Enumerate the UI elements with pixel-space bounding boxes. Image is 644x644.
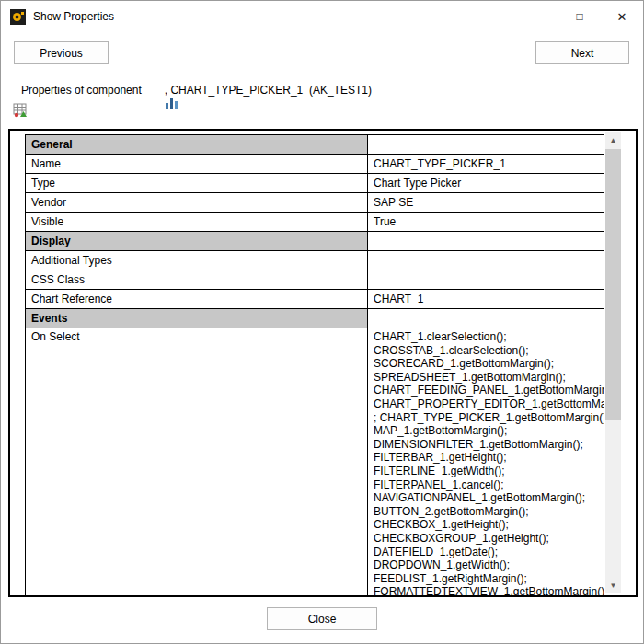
property-label-cell: CSS Class bbox=[26, 270, 368, 290]
previous-button[interactable]: Previous bbox=[14, 41, 109, 64]
property-value-cell: True bbox=[368, 213, 604, 232]
scrollbar-thumb[interactable] bbox=[605, 149, 621, 420]
property-value-cell bbox=[368, 309, 604, 328]
property-row: On SelectCHART_1.clearSelection();CROSST… bbox=[26, 328, 604, 598]
app-icon bbox=[10, 9, 26, 25]
scroll-up-icon: ▲ bbox=[610, 136, 617, 144]
component-header: Properties of component , CHART_TYPE_PIC… bbox=[21, 84, 372, 97]
section-label-cell: Display bbox=[26, 232, 368, 251]
event-script-line: FILTERLINE_1.getWidth(); bbox=[374, 465, 598, 478]
properties-panel: GeneralNameCHART_TYPE_PICKER_1TypeChart … bbox=[8, 129, 638, 597]
event-script-line: CROSSTAB_1.clearSelection(); bbox=[374, 344, 598, 358]
event-script-line: CHART_FEEDING_PANEL_1.getBottomMargin(); bbox=[374, 384, 598, 397]
maximize-button[interactable]: □ bbox=[558, 1, 601, 32]
event-script-line: DATEFIELD_1.getDate(); bbox=[374, 546, 598, 559]
show-properties-dialog: Show Properties — □ ✕ Previous Next Prop… bbox=[0, 0, 644, 644]
next-button[interactable]: Next bbox=[535, 41, 629, 64]
property-row: CSS Class bbox=[26, 270, 604, 290]
event-script-line: SCORECARD_1.getBottomMargin(); bbox=[374, 357, 598, 371]
minimize-button[interactable]: — bbox=[516, 1, 558, 32]
property-value-cell: Chart Type Picker bbox=[368, 174, 604, 193]
scroll-up-button[interactable]: ▲ bbox=[605, 132, 621, 148]
event-script-line: CHECKBOX_1.getHeight(); bbox=[374, 518, 598, 532]
property-value-cell bbox=[368, 251, 604, 270]
scroll-down-icon: ▼ bbox=[610, 581, 617, 590]
property-label-cell: On Select bbox=[26, 328, 368, 598]
export-icon[interactable] bbox=[13, 103, 29, 118]
section-row: Events bbox=[26, 309, 604, 328]
event-script-line: CHECKBOXGROUP_1.getHeight(); bbox=[374, 532, 598, 546]
maximize-icon: □ bbox=[576, 10, 582, 23]
properties-table: GeneralNameCHART_TYPE_PICKER_1TypeChart … bbox=[25, 134, 604, 597]
property-value-cell bbox=[368, 270, 604, 290]
properties-table-body: GeneralNameCHART_TYPE_PICKER_1TypeChart … bbox=[26, 135, 604, 598]
property-row: TypeChart Type Picker bbox=[26, 174, 604, 193]
event-script-line: CHART_1.clearSelection(); bbox=[374, 330, 598, 344]
property-row: NameCHART_TYPE_PICKER_1 bbox=[26, 155, 604, 174]
section-label-cell: General bbox=[26, 135, 368, 155]
event-script-line: FILTERBAR_1.getHeight(); bbox=[374, 451, 598, 465]
event-script-line: ; CHART_TYPE_PICKER_1.getBottomMargin(); bbox=[374, 411, 598, 425]
property-label-cell: Type bbox=[26, 174, 368, 193]
property-label-cell: Additional Types bbox=[26, 251, 368, 270]
property-label-cell: Vendor bbox=[26, 193, 368, 213]
event-script-line: BUTTON_2.getBottomMargin(); bbox=[374, 505, 598, 519]
property-value-cell: SAP SE bbox=[368, 193, 604, 213]
event-script-line: SPREADSHEET_1.getBottomMargin(); bbox=[374, 371, 598, 385]
event-script-line: FORMATTEDTEXTVIEW_1.getBottomMargin(); bbox=[374, 585, 598, 597]
vertical-scrollbar[interactable]: ▲ ▼ bbox=[605, 132, 621, 593]
property-row: VisibleTrue bbox=[26, 213, 604, 232]
section-label-cell: Events bbox=[26, 309, 368, 328]
property-row: Chart ReferenceCHART_1 bbox=[26, 290, 604, 309]
property-label-cell: Chart Reference bbox=[26, 290, 368, 309]
section-row: General bbox=[26, 135, 604, 155]
close-button[interactable]: Close bbox=[267, 607, 377, 630]
property-row: VendorSAP SE bbox=[26, 193, 604, 213]
section-row: Display bbox=[26, 232, 604, 251]
property-row: Additional Types bbox=[26, 251, 604, 270]
chart-type-picker-icon bbox=[146, 85, 160, 97]
event-script-line: MAP_1.getBottomMargin(); bbox=[374, 424, 598, 438]
property-value-cell: CHART_1 bbox=[368, 290, 604, 309]
property-value-cell bbox=[368, 135, 604, 155]
window-controls: — □ ✕ bbox=[516, 1, 643, 32]
property-value-cell: CHART_TYPE_PICKER_1 bbox=[368, 155, 604, 174]
component-header-name: , CHART_TYPE_PICKER_1 (AK_TEST1) bbox=[165, 84, 372, 97]
title-bar: Show Properties — □ ✕ bbox=[1, 1, 643, 32]
window-title: Show Properties bbox=[33, 10, 114, 23]
event-script-line: CHART_PROPERTY_EDITOR_1.getBottomMargin(… bbox=[374, 397, 598, 411]
event-script-line: FILTERPANEL_1.cancel(); bbox=[374, 478, 598, 492]
property-label-cell: Name bbox=[26, 155, 368, 174]
scroll-down-button[interactable]: ▼ bbox=[605, 578, 621, 593]
property-value-cell bbox=[368, 232, 604, 251]
property-value-cell: CHART_1.clearSelection();CROSSTAB_1.clea… bbox=[368, 328, 604, 598]
close-window-button[interactable]: ✕ bbox=[601, 1, 643, 32]
event-script-line: FEEDLIST_1.getRightMargin(); bbox=[374, 572, 598, 586]
property-label-cell: Visible bbox=[26, 213, 368, 232]
minimize-icon: — bbox=[532, 10, 543, 23]
event-script-line: NAVIGATIONPANEL_1.getBottomMargin(); bbox=[374, 491, 598, 505]
event-script-line: DROPDOWN_1.getWidth(); bbox=[374, 558, 598, 572]
component-header-prefix: Properties of component bbox=[21, 84, 142, 97]
event-script-line: DIMENSIONFILTER_1.getBottomMargin(); bbox=[374, 438, 598, 452]
close-icon: ✕ bbox=[617, 10, 627, 24]
